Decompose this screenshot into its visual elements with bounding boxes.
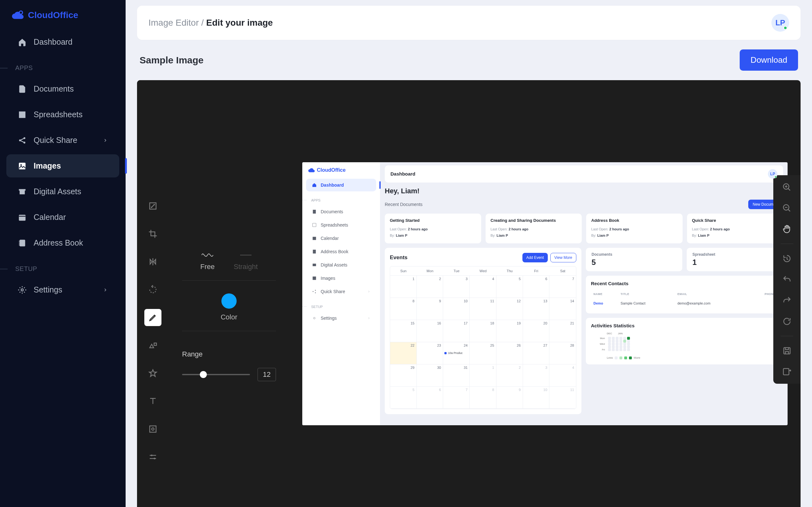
inner-main: Dashboard LP Hey, Liam! Recent Documents…	[380, 162, 788, 425]
breadcrumb: Image Editor / Edit your image	[148, 18, 273, 28]
inner-avatar-initials: LP	[770, 172, 775, 176]
color-swatch[interactable]	[221, 293, 237, 308]
inner-card: Quick ShareLast Open: 2 hours agoBy: Lia…	[687, 214, 783, 244]
redo-button[interactable]	[780, 294, 793, 307]
svg-point-13	[154, 458, 155, 459]
zoom-out-button[interactable]	[780, 202, 793, 215]
slider-thumb-icon[interactable]	[200, 371, 207, 378]
reset-button[interactable]	[780, 315, 793, 328]
sidebar-item-digitalassets[interactable]: Digital Assets	[6, 180, 119, 203]
hand-icon	[782, 224, 792, 234]
hand-button[interactable]	[780, 223, 793, 235]
pencil-icon	[148, 313, 158, 322]
sidebar-item-quickshare[interactable]: Quick Share	[6, 129, 119, 152]
sidebar-item-images[interactable]: Images	[6, 154, 119, 177]
main: Image Editor / Edit your image LP Sample…	[125, 0, 812, 507]
tool-text[interactable]	[144, 393, 161, 410]
save-button[interactable]	[780, 344, 793, 357]
inner-greeting: Hey, Liam!	[385, 187, 783, 195]
meta-label: By:	[390, 233, 396, 237]
range-slider[interactable]	[182, 374, 250, 375]
meta-value: Liam P	[396, 233, 407, 237]
draw-mode-free[interactable]: Free	[200, 251, 214, 271]
shapes-icon	[148, 341, 158, 350]
tool-draw[interactable]	[144, 309, 161, 326]
cloud-icon	[11, 9, 24, 21]
inner-avatar: LP	[768, 169, 777, 179]
sidebar-item-settings[interactable]: Settings	[6, 278, 119, 301]
svg-rect-21	[313, 250, 316, 253]
canvas[interactable]: CloudOffice Dashboard APPS Documents Spr…	[289, 80, 801, 507]
inner-side-settings: Settings	[306, 312, 376, 325]
svg-rect-6	[19, 215, 26, 221]
frame-icon	[148, 424, 158, 434]
sidebar-item-addressbook[interactable]: Address Book	[6, 231, 119, 255]
avatar[interactable]: LP	[771, 14, 789, 32]
stat-label: Spreadsheet	[693, 252, 777, 257]
inner-side-calendar: Calendar	[306, 232, 376, 245]
meta-value: 2 hours ago	[710, 227, 729, 231]
month-label: JAN	[618, 332, 623, 335]
th: NAME	[592, 290, 618, 298]
calendar-icon	[312, 236, 317, 241]
document-icon	[18, 84, 27, 94]
brand-logo[interactable]: CloudOffice	[0, 6, 125, 29]
tool-rotate[interactable]	[144, 281, 161, 298]
gear-icon	[18, 285, 27, 294]
inner-card: Address BookLast Open: 2 hours agoBy: Li…	[586, 214, 682, 244]
export-button[interactable]	[780, 365, 793, 378]
meta-value: Liam P	[698, 233, 709, 237]
color-label: Color	[221, 313, 238, 321]
download-button[interactable]: Download	[740, 49, 798, 71]
draw-mode-straight[interactable]: Straight	[234, 251, 258, 271]
cloud-icon	[308, 167, 315, 174]
undo-button[interactable]	[780, 273, 793, 286]
share-icon	[312, 289, 317, 294]
edited-image: CloudOffice Dashboard APPS Documents Spr…	[302, 162, 788, 425]
sidebar-item-spreadsheets[interactable]: Spreadsheets	[6, 103, 119, 126]
brand-text: CloudOffice	[28, 10, 78, 20]
inner-hey: Hey, Liam!	[385, 187, 783, 195]
svg-rect-4	[19, 163, 26, 169]
inner-side-label: Spreadsheets	[321, 222, 348, 228]
meta-label: By:	[491, 233, 497, 237]
tool-frame[interactable]	[144, 420, 161, 438]
inner-side-label: Quick Share	[321, 289, 345, 294]
inner-side-label: Address Book	[321, 249, 348, 254]
sidebar-item-documents[interactable]: Documents	[6, 77, 119, 101]
svg-rect-19	[313, 223, 316, 227]
redo-icon	[782, 296, 792, 305]
tool-adjust[interactable]	[144, 448, 161, 465]
sidebar-item-dashboard[interactable]: Dashboard	[6, 31, 119, 54]
meta-label: By:	[591, 233, 597, 237]
sidebar-item-label: Spreadsheets	[34, 110, 83, 119]
inner-card-title: Quick Share	[692, 218, 778, 223]
svg-point-8	[21, 289, 23, 291]
image-icon	[18, 162, 27, 170]
tool-crop[interactable]	[144, 225, 161, 242]
tool-star[interactable]	[144, 365, 161, 382]
chevron-right-icon	[103, 138, 108, 143]
chevron-right-icon	[367, 290, 370, 293]
meta-label: Last Open:	[692, 227, 710, 231]
tool-shapes[interactable]	[144, 337, 161, 354]
inner-side-digitalassets: Digital Assets	[306, 259, 376, 271]
inner-contacts-title: Recent Contacts	[591, 281, 778, 286]
sidebar-item-calendar[interactable]: Calendar	[6, 206, 119, 229]
tool-flip[interactable]	[144, 253, 161, 270]
history-button[interactable]	[780, 252, 793, 265]
svg-point-24	[313, 291, 314, 292]
avatar-initials: LP	[775, 18, 785, 27]
header-bar: Image Editor / Edit your image LP	[137, 6, 801, 40]
save-icon	[782, 346, 792, 355]
reset-icon	[782, 317, 792, 326]
color-picker[interactable]: Color	[182, 281, 276, 331]
sidebar-item-label: Calendar	[34, 213, 66, 222]
svg-point-26	[315, 292, 316, 293]
range-value[interactable]: 12	[258, 368, 276, 381]
draw-panel: Free Straight Color Range 12	[169, 80, 289, 507]
divider-icon	[780, 244, 793, 244]
spreadsheet-icon	[18, 110, 27, 119]
tool-resize[interactable]	[144, 198, 161, 215]
zoom-in-button[interactable]	[780, 181, 793, 193]
